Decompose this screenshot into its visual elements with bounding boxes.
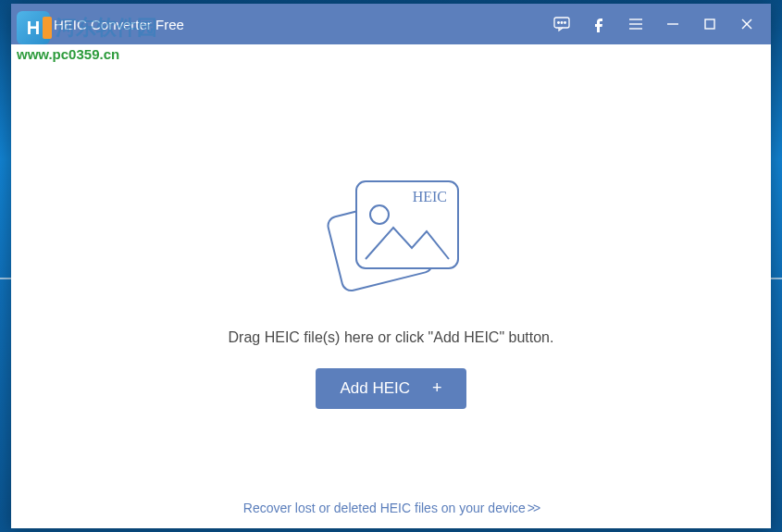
titlebar-controls (551, 13, 758, 35)
plus-icon: + (432, 378, 442, 398)
svg-point-4 (565, 22, 566, 24)
svg-point-0 (29, 19, 40, 30)
close-icon[interactable] (736, 13, 758, 35)
svg-point-2 (558, 22, 560, 24)
main-dropzone[interactable]: HEIC Drag HEIC file(s) here or click "Ad… (11, 44, 771, 528)
app-logo-icon (24, 14, 44, 34)
menu-icon[interactable] (625, 13, 647, 35)
titlebar: HEIC Converter Free (11, 4, 771, 44)
add-heic-button-label: Add HEIC (340, 379, 410, 398)
chevron-right-icon: >> (528, 501, 539, 515)
maximize-icon[interactable] (699, 13, 721, 35)
recover-link-text: Recover lost or deleted HEIC files on yo… (243, 501, 526, 515)
heic-badge-text: HEIC (412, 189, 446, 204)
feedback-icon[interactable] (551, 13, 573, 35)
recover-link[interactable]: Recover lost or deleted HEIC files on yo… (11, 501, 771, 515)
add-heic-button[interactable]: Add HEIC + (316, 368, 465, 409)
titlebar-left: HEIC Converter Free (24, 14, 184, 34)
svg-point-3 (561, 22, 563, 24)
svg-rect-9 (705, 19, 714, 29)
app-title: HEIC Converter Free (54, 17, 184, 32)
app-window: HEIC Converter Free (11, 4, 771, 528)
minimize-icon[interactable] (662, 13, 684, 35)
heic-illustration: HEIC (308, 165, 475, 313)
facebook-icon[interactable] (588, 13, 610, 35)
drop-instruction-text: Drag HEIC file(s) here or click "Add HEI… (229, 329, 554, 346)
